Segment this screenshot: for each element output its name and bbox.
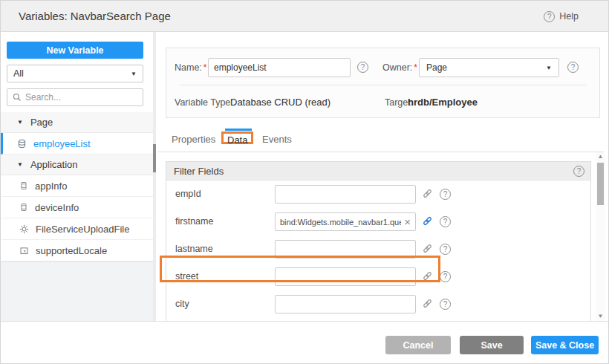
scroll-up-icon[interactable]: ▲: [596, 152, 605, 161]
data-tab-highlight-box: Data: [221, 131, 253, 144]
variables-sidebar: New Variable All ▼ ▼ Page: [1, 32, 158, 321]
filter-field-label: lastname: [175, 235, 213, 263]
sidebar-scrollbar-track[interactable]: [153, 32, 156, 321]
new-variable-button[interactable]: New Variable: [7, 42, 143, 59]
tab-events[interactable]: Events: [262, 127, 292, 152]
field-help-icon[interactable]: ?: [440, 216, 451, 227]
bind-link-icon[interactable]: [422, 188, 434, 200]
filter-fields-title: Filter Fields: [174, 166, 224, 177]
filter-field-label: firstname: [175, 208, 213, 235]
variable-type-label: Variable Type:: [175, 93, 233, 112]
owner-label: Owner:*: [382, 58, 417, 77]
bind-link-icon[interactable]: [422, 243, 434, 255]
dialog-footer: Cancel Save Save & Close: [1, 321, 609, 364]
filter-row-firstname: firstname bind:Widgets.mobile_navbar1.qu…: [166, 208, 590, 235]
filter-field-input[interactable]: [275, 185, 416, 204]
field-help-icon[interactable]: ?: [440, 299, 451, 310]
device-icon: [19, 203, 28, 212]
name-label: Name:*: [175, 58, 207, 77]
filter-row-empid: empId ?: [166, 181, 590, 208]
help-button[interactable]: ? Help: [544, 1, 579, 32]
required-asterisk: *: [414, 62, 417, 73]
field-help-icon[interactable]: ?: [440, 271, 451, 282]
filter-row-street: street ?: [166, 263, 590, 290]
scrollbar-thumb[interactable]: [597, 163, 604, 205]
variables-tree: ▼ Page employeeList ▼ Application: [1, 112, 153, 261]
clear-binding-icon[interactable]: ×: [401, 216, 411, 227]
field-help-icon[interactable]: ?: [440, 244, 451, 255]
caret-down-icon: ▼: [17, 119, 23, 126]
tree-group-label: Page: [30, 117, 53, 128]
sidebar-scrollbar-thumb[interactable]: [153, 144, 156, 172]
filter-fields-help-icon[interactable]: ?: [573, 166, 584, 177]
tree-item-label: employeeList: [33, 138, 91, 149]
help-label: Help: [559, 11, 579, 22]
owner-select[interactable]: Page ▼: [419, 58, 559, 77]
search-icon: [13, 93, 22, 102]
filter-row-lastname: lastname ?: [166, 235, 590, 263]
tab-bar: Properties Data Events: [158, 127, 604, 152]
chevron-down-icon: ▼: [131, 71, 137, 77]
filter-row-city: city ?: [166, 290, 590, 318]
tab-data[interactable]: Data: [225, 127, 252, 152]
variable-info-panel: Name:* ? Owner:* Page ▼ ? Variable Type:…: [166, 48, 600, 118]
tree-item-deviceinfo[interactable]: deviceInfo: [1, 197, 153, 218]
variable-type-value: Database CRUD (read): [230, 93, 330, 112]
active-tab-indicator: [225, 129, 252, 131]
filter-field-input[interactable]: [275, 295, 416, 313]
filter-field-input[interactable]: [275, 240, 416, 259]
filter-select-value: All: [13, 68, 24, 79]
device-icon: [19, 181, 28, 190]
sidebar-filler: [1, 261, 153, 321]
tree-item-label: appInfo: [35, 181, 67, 192]
owner-help-icon[interactable]: ?: [567, 62, 579, 73]
locale-icon: [19, 246, 29, 256]
gear-icon: [19, 224, 29, 234]
database-icon: [17, 139, 27, 149]
dialog-header: Variables: NavbarSearch Page ? Help: [1, 1, 609, 32]
tree-group-page[interactable]: ▼ Page: [1, 112, 153, 133]
bind-link-icon[interactable]: [422, 298, 434, 310]
filter-field-input[interactable]: [275, 267, 416, 286]
divider: [180, 85, 587, 85]
variable-search-box[interactable]: [7, 88, 143, 106]
filter-field-input[interactable]: bind:Widgets.mobile_navbar1.query ×: [275, 212, 416, 231]
scroll-down-icon[interactable]: ▼: [596, 312, 605, 321]
tree-item-label: deviceInfo: [35, 202, 79, 213]
search-input[interactable]: [25, 92, 137, 103]
dialog-title: Variables: NavbarSearch Page: [19, 1, 171, 32]
save-button[interactable]: Save: [460, 336, 524, 354]
tree-item-appinfo[interactable]: appInfo: [1, 175, 153, 197]
filter-field-label: city: [175, 290, 189, 318]
name-input[interactable]: [208, 58, 351, 77]
field-help-icon[interactable]: ?: [440, 189, 451, 200]
filter-field-label: empId: [175, 181, 201, 208]
chevron-down-icon: ▼: [546, 65, 552, 71]
tree-group-application[interactable]: ▼ Application: [1, 155, 153, 175]
tree-item-label: FileServiceUploadFile: [36, 224, 129, 235]
variable-filter-select[interactable]: All ▼: [7, 65, 143, 82]
variables-dialog: Variables: NavbarSearch Page ? Help New …: [0, 0, 609, 364]
bind-expression-value: bind:Widgets.mobile_navbar1.query: [280, 218, 401, 227]
save-and-close-button[interactable]: Save & Close: [531, 336, 599, 354]
help-circle-icon: ?: [544, 11, 555, 22]
bind-link-icon-active[interactable]: [422, 215, 434, 227]
bind-link-icon[interactable]: [422, 270, 434, 282]
tree-group-label: Application: [30, 159, 78, 170]
tree-item-employeelist[interactable]: employeeList: [1, 133, 153, 155]
variable-detail-pane: Name:* ? Owner:* Page ▼ ? Variable Type:…: [158, 32, 609, 321]
cancel-button[interactable]: Cancel: [385, 336, 451, 354]
owner-select-value: Page: [426, 62, 447, 73]
tree-item-fileserviceuploadfile[interactable]: FileServiceUploadFile: [1, 218, 153, 240]
tab-properties[interactable]: Properties: [172, 127, 215, 152]
content-scrollbar[interactable]: ▲ ▼: [596, 152, 605, 321]
filter-fields-header: Filter Fields ?: [166, 162, 590, 181]
tree-item-label: supportedLocale: [36, 245, 107, 256]
filter-fields-panel: Filter Fields ? empId ? firstname bind:W…: [166, 161, 591, 321]
required-asterisk: *: [203, 62, 207, 73]
name-help-icon[interactable]: ?: [357, 62, 368, 73]
caret-down-icon: ▼: [17, 161, 23, 168]
tree-item-supportedlocale[interactable]: supportedLocale: [1, 240, 153, 261]
target-value: hrdb/Employee: [408, 93, 478, 112]
filter-field-label: street: [175, 263, 198, 290]
